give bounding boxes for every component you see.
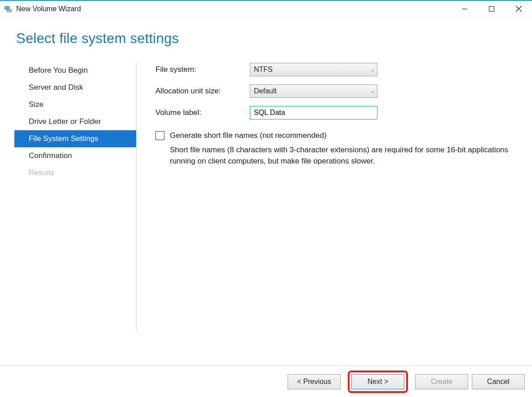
previous-button[interactable]: < Previous xyxy=(288,374,341,389)
footer-buttons: < Previous Next > Create Cancel xyxy=(0,366,532,397)
window-title: New Volume Wizard xyxy=(16,5,81,13)
content-area: Select file system settings Before You B… xyxy=(0,17,532,366)
allocation-row: Allocation unit size: Default ⌵ xyxy=(155,84,516,98)
minimize-button[interactable] xyxy=(451,1,478,17)
nav-results: Results xyxy=(16,164,137,181)
chevron-down-icon: ⌵ xyxy=(371,88,374,94)
short-names-checkbox[interactable] xyxy=(155,131,164,140)
create-button: Create xyxy=(415,374,468,389)
file-system-label: File system: xyxy=(155,65,250,74)
svg-rect-4 xyxy=(489,6,494,11)
short-names-help-text: Short file names (8 characters with 3-ch… xyxy=(170,145,511,167)
cancel-button[interactable]: Cancel xyxy=(472,374,525,389)
chevron-down-icon: ⌵ xyxy=(371,67,374,73)
svg-rect-0 xyxy=(4,6,9,8)
app-icon xyxy=(4,5,13,13)
next-button-highlight: Next > xyxy=(348,371,408,393)
svg-rect-2 xyxy=(7,9,12,12)
nav-server-and-disk[interactable]: Server and Disk xyxy=(16,79,137,96)
window-controls xyxy=(451,1,532,17)
wizard-steps-nav: Before You Begin Server and Disk Size Dr… xyxy=(16,61,137,366)
nav-size[interactable]: Size xyxy=(16,96,137,113)
maximize-button[interactable] xyxy=(478,1,505,17)
allocation-label: Allocation unit size: xyxy=(155,87,250,96)
short-names-label: Generate short file names (not recommend… xyxy=(170,131,327,140)
short-names-row: Generate short file names (not recommend… xyxy=(155,131,516,140)
nav-drive-letter-or-folder[interactable]: Drive Letter or Folder xyxy=(16,113,137,130)
title-bar: New Volume Wizard xyxy=(0,1,532,17)
allocation-dropdown[interactable]: Default ⌵ xyxy=(250,84,377,98)
svg-rect-1 xyxy=(4,8,9,9)
volume-label-label: Volume label: xyxy=(155,108,250,117)
next-button[interactable]: Next > xyxy=(351,374,404,389)
wizard-window: New Volume Wizard Select file system set… xyxy=(0,0,532,397)
nav-before-you-begin[interactable]: Before You Begin xyxy=(16,62,137,79)
page-heading: Select file system settings xyxy=(0,17,532,51)
nav-confirmation[interactable]: Confirmation xyxy=(16,147,137,164)
volume-label-input[interactable] xyxy=(250,106,377,119)
nav-file-system-settings[interactable]: File System Settings xyxy=(14,130,137,147)
body-row: Before You Begin Server and Disk Size Dr… xyxy=(0,51,532,366)
allocation-value: Default xyxy=(254,87,277,95)
volume-label-row: Volume label: xyxy=(155,106,516,119)
close-button[interactable] xyxy=(505,1,532,17)
file-system-value: NTFS xyxy=(254,66,273,74)
form-area: File system: NTFS ⌵ Allocation unit size… xyxy=(137,61,516,366)
file-system-dropdown[interactable]: NTFS ⌵ xyxy=(250,63,377,76)
file-system-row: File system: NTFS ⌵ xyxy=(155,63,516,76)
